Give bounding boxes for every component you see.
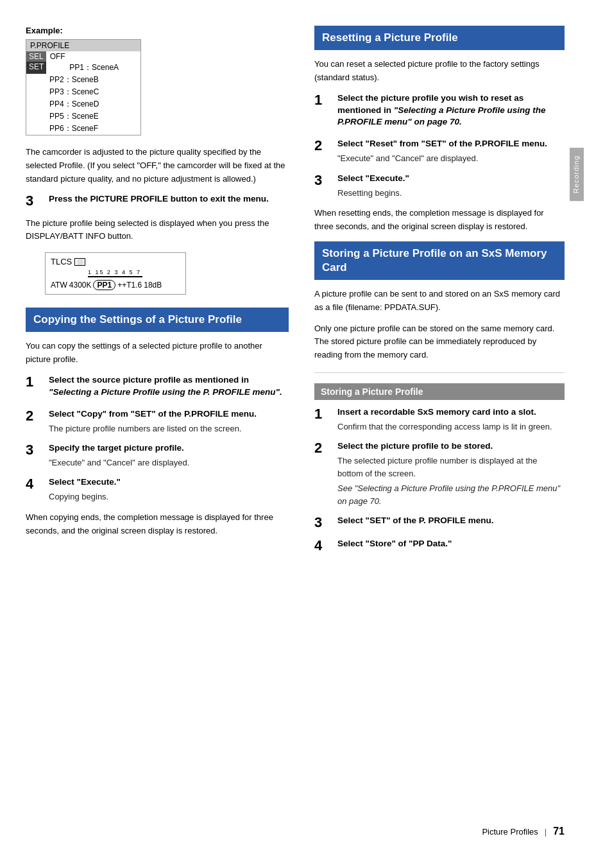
footer-pipe: |: [545, 827, 547, 837]
copy-step-desc-2: The picture profile numbers are listed o…: [49, 422, 289, 435]
reset-step-content-2: Select "Reset" from "SET" of the P.PROFI…: [337, 138, 565, 164]
store-step-title-2: Select the picture profile to be stored.: [337, 440, 565, 453]
sel-label: SEL: [26, 51, 46, 62]
body-text-1: The camcorder is adjusted to the picture…: [26, 146, 289, 186]
copy-step-num-4: 4: [26, 476, 45, 492]
copy-step-title-4: Select "Execute.": [49, 476, 289, 489]
tlcs-atw: ATW: [51, 281, 67, 290]
store-step-content-2: Select the picture profile to be stored.…: [337, 440, 565, 507]
tlcs-ev: ++T1.6: [117, 281, 142, 290]
reset-step-desc-3: Resetting begins.: [337, 187, 565, 200]
store-step-3: 3 Select "SET" of the P. PROFILE menu.: [314, 515, 565, 530]
footer: Picture Profiles | 71: [482, 826, 565, 837]
copy-step-3: 3 Specify the target picture profile. "E…: [26, 442, 289, 469]
store-section-header: Storing a Picture Profile on an SxS Memo…: [314, 241, 565, 280]
reset-step-num-2: 2: [314, 138, 334, 153]
reset-step-title-1: Select the picture profile you wish to r…: [337, 92, 565, 129]
tlcs-box: TLCS ⬜ 1 15 2 3 4 5 7 ATW 4300K PP1 ++T1…: [45, 252, 186, 295]
store-step-content-3: Select "SET" of the P. PROFILE menu.: [337, 515, 565, 529]
store-step-num-4: 4: [314, 538, 334, 553]
tlcs-top: TLCS ⬜: [51, 257, 180, 266]
copy-step-num-2: 2: [26, 408, 45, 424]
profile-table: P.PROFILE SEL OFF SET PP1：SceneA PP2：Sce…: [26, 39, 141, 135]
store-step-title-1: Insert a recordable SxS memory card into…: [337, 406, 565, 419]
copy-step-content-4: Select "Execute." Copying begins.: [49, 476, 289, 503]
page-number: 71: [553, 826, 565, 837]
reset-step-num-1: 1: [314, 92, 334, 108]
reset-step-content-3: Select "Execute." Resetting begins.: [337, 173, 565, 199]
profile-item-row-2: PP3：SceneC: [26, 86, 140, 98]
copy-step-content-2: Select "Copy" from "SET" of the P.PROFIL…: [49, 408, 289, 435]
profile-item-row-4: PP5：SceneE: [26, 110, 140, 123]
tlcs-temp: 4300K: [69, 281, 92, 290]
body-text-2: The picture profile being selected is di…: [26, 217, 289, 244]
tlcs-icon: ⬜: [74, 258, 85, 266]
copy-intro: You can copy the settings of a selected …: [26, 340, 289, 367]
store-intro-1: A picture profile can be sent to and sto…: [314, 288, 565, 315]
copy-footer: When copying ends, the completion messag…: [26, 511, 289, 538]
reset-step-desc-2: "Execute" and "Cancel" are displayed.: [337, 152, 565, 165]
profile-item-3: PP4：SceneD: [26, 98, 103, 110]
left-column: Example: P.PROFILE SEL OFF SET PP1：Scene…: [0, 19, 302, 849]
tlcs-pp1: PP1: [93, 280, 115, 290]
reset-step-title-2: Select "Reset" from "SET" of the P.PROFI…: [337, 138, 565, 150]
profile-sel-row: SEL OFF: [26, 51, 140, 62]
copy-step-content-1: Select the source picture profile as men…: [49, 374, 289, 401]
divider: [314, 372, 565, 373]
reset-footer: When resetting ends, the completion mess…: [314, 207, 565, 234]
profile-table-header: P.PROFILE: [26, 40, 140, 51]
copy-step-title-2: Select "Copy" from "SET" of the P.PROFIL…: [49, 408, 289, 421]
right-column: Resetting a Picture Profile You can rese…: [302, 19, 584, 849]
store-step-1: 1 Insert a recordable SxS memory card in…: [314, 406, 565, 433]
step-num-3-left: 3: [26, 193, 45, 209]
store-step-4: 4 Select "Store" of "PP Data.": [314, 538, 565, 553]
store-step-num-3: 3: [314, 515, 334, 530]
profile-item-row-3: PP4：SceneD: [26, 98, 140, 110]
step-3-left: 3 Press the PICTURE PROFILE button to ex…: [26, 193, 289, 209]
profile-item-5: PP6：SceneF: [26, 123, 102, 135]
store-step-content-4: Select "Store" of "PP Data.": [337, 538, 565, 552]
store-step-content-1: Insert a recordable SxS memory card into…: [337, 406, 565, 433]
copy-step-1: 1 Select the source picture profile as m…: [26, 374, 289, 401]
store-step-num-2: 2: [314, 440, 334, 456]
store-sub-header: Storing a Picture Profile: [314, 383, 565, 400]
copy-step-title-1: Select the source picture profile as men…: [49, 374, 289, 399]
store-step-title-3: Select "SET" of the P. PROFILE menu.: [337, 515, 565, 527]
reset-intro: You can reset a selected picture profile…: [314, 58, 565, 85]
copy-step-desc-3: "Execute" and "Cancel" are displayed.: [49, 456, 289, 469]
sel-value: OFF: [46, 51, 69, 62]
reset-step-1: 1 Select the picture profile you wish to…: [314, 92, 565, 131]
step-title-3-left: Press the PICTURE PROFILE button to exit…: [49, 193, 289, 205]
page: Example: P.PROFILE SEL OFF SET PP1：Scene…: [0, 0, 612, 868]
reset-step-num-3: 3: [314, 173, 334, 188]
profile-set-row: SET PP1：SceneA: [26, 62, 140, 74]
profile-item-4: PP5：SceneE: [26, 110, 103, 123]
reset-step-title-3: Select "Execute.": [337, 173, 565, 185]
copy-section-header: Copying the Settings of a Picture Profil…: [26, 308, 289, 332]
store-step-num-1: 1: [314, 406, 334, 422]
copy-step-num-3: 3: [26, 442, 45, 458]
tlcs-label: TLCS: [51, 257, 72, 266]
profile-item-2: PP3：SceneC: [26, 86, 103, 98]
copy-step-content-3: Specify the target picture profile. "Exe…: [49, 442, 289, 469]
store-step-2: 2 Select the picture profile to be store…: [314, 440, 565, 507]
copy-step-num-1: 1: [26, 374, 45, 390]
side-tab: Recording: [570, 148, 584, 201]
copy-step-desc-4: Copying begins.: [49, 490, 289, 503]
store-step-title-4: Select "Store" of "PP Data.": [337, 538, 565, 550]
profile-item-row-5: PP6：SceneF: [26, 123, 140, 135]
profile-item-1: PP2：SceneB: [26, 74, 103, 86]
store-step-subdesc-2: See "Selecting a Picture Profile using t…: [337, 482, 565, 507]
copy-step-4: 4 Select "Execute." Copying begins.: [26, 476, 289, 503]
step-content-3-left: Press the PICTURE PROFILE button to exit…: [49, 193, 289, 207]
store-intro-2: Only one picture profile can be stored o…: [314, 322, 565, 362]
set-label: SET: [26, 62, 46, 74]
example-label: Example:: [26, 26, 289, 35]
tlcs-ruler-nums: 1 15 2 3 4 5 7: [88, 269, 180, 275]
reset-step-content-1: Select the picture profile you wish to r…: [337, 92, 565, 131]
profile-item-row-1: PP2：SceneB: [26, 74, 140, 86]
store-step-desc-1: Confirm that the corresponding access la…: [337, 421, 565, 433]
profile-item-0: PP1：SceneA: [46, 62, 123, 74]
reset-step-3: 3 Select "Execute." Resetting begins.: [314, 173, 565, 199]
store-step-desc-2: The selected picture profile number is d…: [337, 455, 565, 480]
